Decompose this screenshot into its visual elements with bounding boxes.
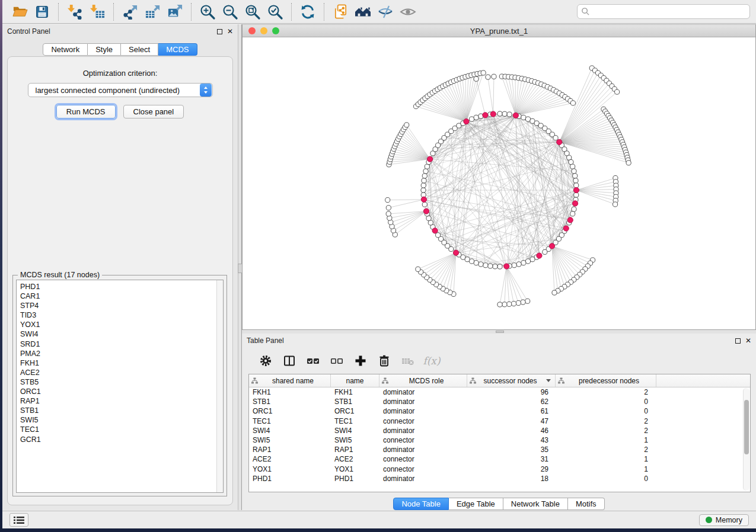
table-cell[interactable]: ORC1 <box>331 406 379 416</box>
table-row[interactable]: ORC1ORC1dominator610 <box>249 406 742 416</box>
float-panel-icon[interactable] <box>217 29 222 34</box>
table-cell[interactable]: PHD1 <box>249 474 331 483</box>
table-cell[interactable]: 96 <box>467 387 556 397</box>
mcds-result-item[interactable]: TID3 <box>20 310 223 320</box>
save-session-icon[interactable] <box>31 2 53 21</box>
table-row[interactable]: SWI5SWI5connector431 <box>249 435 742 445</box>
mcds-result-item[interactable]: TEC1 <box>20 425 223 434</box>
table-cell[interactable]: PHD1 <box>331 474 379 483</box>
network-window-titlebar[interactable]: YPA_prune.txt_1 <box>243 24 755 37</box>
refresh-view-icon[interactable] <box>296 2 319 21</box>
table-row[interactable]: ACE2ACE2connector311 <box>249 454 742 464</box>
table-cell[interactable]: 2 <box>556 445 656 454</box>
export-network-icon[interactable] <box>119 2 141 21</box>
table-row[interactable]: YOX1YOX1connector291 <box>249 464 742 474</box>
table-cell[interactable]: 18 <box>467 474 556 483</box>
mcds-result-item[interactable]: PHD1 <box>20 282 223 291</box>
table-row[interactable]: STB1STB1dominator620 <box>249 397 742 406</box>
table-cell[interactable]: 43 <box>467 435 556 445</box>
sort-chevron-icon[interactable] <box>546 379 551 382</box>
table-cell[interactable]: 1 <box>556 464 656 474</box>
table-cell[interactable]: STB1 <box>331 397 379 406</box>
table-cell[interactable]: 61 <box>467 406 556 416</box>
delete-column-icon[interactable] <box>372 352 396 370</box>
column-header-shared-name[interactable]: shared name <box>249 374 331 387</box>
import-network-icon[interactable] <box>63 2 86 21</box>
column-header-MCDS-role[interactable]: MCDS role <box>379 374 467 387</box>
run-mcds-button[interactable]: Run MCDS <box>56 105 116 118</box>
mcds-result-item[interactable]: RAP1 <box>20 396 223 406</box>
select-all-icon[interactable] <box>301 352 325 370</box>
table-cell[interactable]: dominator <box>379 445 467 454</box>
mcds-result-item[interactable]: YOX1 <box>20 320 223 329</box>
show-all-icon[interactable] <box>397 2 419 21</box>
table-scrollbar-thumb[interactable] <box>744 400 749 454</box>
tab-network[interactable]: Network <box>43 43 88 56</box>
mcds-result-item[interactable]: SWI5 <box>20 415 223 425</box>
table-tab-edge-table[interactable]: Edge Table <box>449 498 503 510</box>
mcds-result-item[interactable]: STP4 <box>20 301 223 310</box>
mcds-result-item[interactable]: SWI4 <box>20 329 223 339</box>
zoom-selected-icon[interactable] <box>264 2 286 21</box>
deselect-all-icon[interactable] <box>325 352 349 370</box>
table-cell[interactable]: dominator <box>379 426 467 435</box>
table-cell[interactable]: SWI5 <box>331 435 379 445</box>
list-scrollbar[interactable] <box>216 280 223 492</box>
table-cell[interactable]: 0 <box>556 406 656 416</box>
table-cell[interactable]: 47 <box>467 416 556 426</box>
first-neighbors-icon[interactable] <box>352 2 374 21</box>
table-row[interactable]: SWI4SWI4dominator462 <box>249 426 742 435</box>
network-canvas[interactable] <box>243 37 755 329</box>
hide-selected-icon[interactable] <box>374 2 397 21</box>
table-cell[interactable]: 1 <box>556 435 656 445</box>
mcds-result-item[interactable]: SRD1 <box>20 339 223 349</box>
table-cell[interactable]: 2 <box>556 416 656 426</box>
table-cell[interactable]: dominator <box>379 397 467 406</box>
table-cell[interactable]: dominator <box>379 406 467 416</box>
table-options-icon[interactable] <box>254 352 277 370</box>
table-row[interactable]: FKH1FKH1dominator962 <box>249 387 742 397</box>
zoom-in-icon[interactable] <box>196 2 219 21</box>
table-scrollbar[interactable] <box>743 388 749 491</box>
table-row[interactable]: RAP1RAP1dominator352 <box>249 445 742 454</box>
table-cell[interactable]: STB1 <box>249 397 331 406</box>
vertical-splitter[interactable] <box>238 24 242 510</box>
splitter-grip[interactable] <box>496 331 504 333</box>
table-cell[interactable]: SWI4 <box>249 426 331 435</box>
table-cell[interactable]: FKH1 <box>331 387 379 397</box>
table-cell[interactable]: RAP1 <box>249 445 331 454</box>
table-cell[interactable]: ACE2 <box>249 454 331 464</box>
column-header-name[interactable]: name <box>331 374 379 387</box>
table-cell[interactable]: connector <box>379 454 467 464</box>
tab-style[interactable]: Style <box>88 43 121 56</box>
table-tab-motifs[interactable]: Motifs <box>568 498 605 510</box>
table-cell[interactable]: dominator <box>379 387 467 397</box>
clone-network-icon[interactable] <box>329 2 352 21</box>
float-panel-icon[interactable] <box>735 338 741 344</box>
table-cell[interactable]: 0 <box>556 397 656 406</box>
table-cell[interactable]: ACE2 <box>331 454 379 464</box>
table-row[interactable]: TEC1TEC1connector472 <box>249 416 742 426</box>
zoom-out-icon[interactable] <box>219 2 241 21</box>
network-graph[interactable] <box>243 37 755 329</box>
table-cell[interactable]: TEC1 <box>331 416 379 426</box>
table-cell[interactable]: TEC1 <box>249 416 331 426</box>
mcds-result-item[interactable]: PMA2 <box>20 349 223 358</box>
export-table-icon[interactable] <box>141 2 164 21</box>
mcds-result-item[interactable]: FKH1 <box>20 358 223 368</box>
table-cell[interactable]: 31 <box>467 454 556 464</box>
memory-button[interactable]: Memory <box>699 514 749 526</box>
table-cell[interactable]: 35 <box>467 445 556 454</box>
table-cell[interactable]: YOX1 <box>249 464 331 474</box>
task-history-button[interactable] <box>9 513 28 527</box>
table-body[interactable]: FKH1FKH1dominator962STB1STB1dominator620… <box>249 387 742 492</box>
table-cell[interactable]: 29 <box>467 464 556 474</box>
table-cell[interactable]: ORC1 <box>249 406 331 416</box>
table-cell[interactable]: YOX1 <box>331 464 379 474</box>
table-cell[interactable]: FKH1 <box>249 387 331 397</box>
add-column-icon[interactable] <box>349 352 372 370</box>
search-input[interactable] <box>590 7 746 17</box>
mcds-result-list[interactable]: PHD1CAR1STP4TID3YOX1SWI4SRD1PMA2FKH1ACE2… <box>16 280 224 493</box>
export-image-icon[interactable] <box>164 2 186 21</box>
mcds-result-item[interactable]: CAR1 <box>20 291 223 301</box>
